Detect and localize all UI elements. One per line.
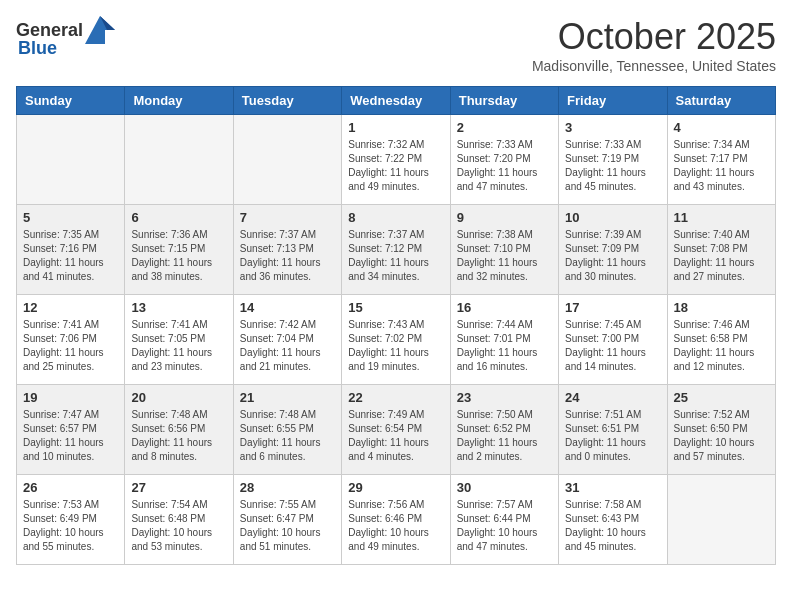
day-info: Sunrise: 7:36 AM Sunset: 7:15 PM Dayligh… xyxy=(131,228,226,284)
calendar-day-cell: 18Sunrise: 7:46 AM Sunset: 6:58 PM Dayli… xyxy=(667,295,775,385)
day-info: Sunrise: 7:58 AM Sunset: 6:43 PM Dayligh… xyxy=(565,498,660,554)
day-number: 5 xyxy=(23,210,118,225)
day-number: 6 xyxy=(131,210,226,225)
day-info: Sunrise: 7:38 AM Sunset: 7:10 PM Dayligh… xyxy=(457,228,552,284)
day-info: Sunrise: 7:47 AM Sunset: 6:57 PM Dayligh… xyxy=(23,408,118,464)
day-info: Sunrise: 7:35 AM Sunset: 7:16 PM Dayligh… xyxy=(23,228,118,284)
day-number: 14 xyxy=(240,300,335,315)
calendar-week-row: 26Sunrise: 7:53 AM Sunset: 6:49 PM Dayli… xyxy=(17,475,776,565)
calendar-day-cell xyxy=(125,115,233,205)
calendar-day-cell: 6Sunrise: 7:36 AM Sunset: 7:15 PM Daylig… xyxy=(125,205,233,295)
calendar-day-cell: 4Sunrise: 7:34 AM Sunset: 7:17 PM Daylig… xyxy=(667,115,775,205)
day-number: 12 xyxy=(23,300,118,315)
title-block: October 2025 Madisonville, Tennessee, Un… xyxy=(532,16,776,74)
calendar-day-cell: 1Sunrise: 7:32 AM Sunset: 7:22 PM Daylig… xyxy=(342,115,450,205)
day-number: 28 xyxy=(240,480,335,495)
calendar-day-cell: 12Sunrise: 7:41 AM Sunset: 7:06 PM Dayli… xyxy=(17,295,125,385)
calendar-day-cell: 13Sunrise: 7:41 AM Sunset: 7:05 PM Dayli… xyxy=(125,295,233,385)
calendar-day-cell: 27Sunrise: 7:54 AM Sunset: 6:48 PM Dayli… xyxy=(125,475,233,565)
day-info: Sunrise: 7:48 AM Sunset: 6:56 PM Dayligh… xyxy=(131,408,226,464)
calendar-day-cell: 22Sunrise: 7:49 AM Sunset: 6:54 PM Dayli… xyxy=(342,385,450,475)
calendar-day-cell: 26Sunrise: 7:53 AM Sunset: 6:49 PM Dayli… xyxy=(17,475,125,565)
calendar-week-row: 12Sunrise: 7:41 AM Sunset: 7:06 PM Dayli… xyxy=(17,295,776,385)
calendar-day-cell: 30Sunrise: 7:57 AM Sunset: 6:44 PM Dayli… xyxy=(450,475,558,565)
day-info: Sunrise: 7:49 AM Sunset: 6:54 PM Dayligh… xyxy=(348,408,443,464)
day-info: Sunrise: 7:45 AM Sunset: 7:00 PM Dayligh… xyxy=(565,318,660,374)
calendar-day-cell: 17Sunrise: 7:45 AM Sunset: 7:00 PM Dayli… xyxy=(559,295,667,385)
calendar-day-cell: 8Sunrise: 7:37 AM Sunset: 7:12 PM Daylig… xyxy=(342,205,450,295)
day-info: Sunrise: 7:46 AM Sunset: 6:58 PM Dayligh… xyxy=(674,318,769,374)
calendar-week-row: 5Sunrise: 7:35 AM Sunset: 7:16 PM Daylig… xyxy=(17,205,776,295)
weekday-header: Monday xyxy=(125,87,233,115)
day-info: Sunrise: 7:41 AM Sunset: 7:05 PM Dayligh… xyxy=(131,318,226,374)
weekday-header: Tuesday xyxy=(233,87,341,115)
weekday-header: Wednesday xyxy=(342,87,450,115)
day-number: 25 xyxy=(674,390,769,405)
calendar-day-cell: 29Sunrise: 7:56 AM Sunset: 6:46 PM Dayli… xyxy=(342,475,450,565)
day-info: Sunrise: 7:33 AM Sunset: 7:20 PM Dayligh… xyxy=(457,138,552,194)
calendar-day-cell xyxy=(17,115,125,205)
calendar-day-cell: 11Sunrise: 7:40 AM Sunset: 7:08 PM Dayli… xyxy=(667,205,775,295)
day-info: Sunrise: 7:42 AM Sunset: 7:04 PM Dayligh… xyxy=(240,318,335,374)
day-info: Sunrise: 7:37 AM Sunset: 7:12 PM Dayligh… xyxy=(348,228,443,284)
calendar-day-cell: 28Sunrise: 7:55 AM Sunset: 6:47 PM Dayli… xyxy=(233,475,341,565)
day-number: 13 xyxy=(131,300,226,315)
calendar-day-cell: 7Sunrise: 7:37 AM Sunset: 7:13 PM Daylig… xyxy=(233,205,341,295)
day-number: 20 xyxy=(131,390,226,405)
day-info: Sunrise: 7:32 AM Sunset: 7:22 PM Dayligh… xyxy=(348,138,443,194)
logo-blue: Blue xyxy=(18,38,57,59)
weekday-header: Sunday xyxy=(17,87,125,115)
calendar-week-row: 19Sunrise: 7:47 AM Sunset: 6:57 PM Dayli… xyxy=(17,385,776,475)
day-info: Sunrise: 7:48 AM Sunset: 6:55 PM Dayligh… xyxy=(240,408,335,464)
day-info: Sunrise: 7:37 AM Sunset: 7:13 PM Dayligh… xyxy=(240,228,335,284)
day-number: 29 xyxy=(348,480,443,495)
calendar-day-cell: 20Sunrise: 7:48 AM Sunset: 6:56 PM Dayli… xyxy=(125,385,233,475)
page-header: General Blue October 2025 Madisonville, … xyxy=(16,16,776,74)
day-number: 19 xyxy=(23,390,118,405)
day-number: 18 xyxy=(674,300,769,315)
day-info: Sunrise: 7:54 AM Sunset: 6:48 PM Dayligh… xyxy=(131,498,226,554)
calendar-table: SundayMondayTuesdayWednesdayThursdayFrid… xyxy=(16,86,776,565)
location: Madisonville, Tennessee, United States xyxy=(532,58,776,74)
logo: General Blue xyxy=(16,16,117,59)
day-number: 10 xyxy=(565,210,660,225)
day-info: Sunrise: 7:39 AM Sunset: 7:09 PM Dayligh… xyxy=(565,228,660,284)
day-number: 4 xyxy=(674,120,769,135)
day-number: 21 xyxy=(240,390,335,405)
calendar-day-cell: 16Sunrise: 7:44 AM Sunset: 7:01 PM Dayli… xyxy=(450,295,558,385)
day-info: Sunrise: 7:44 AM Sunset: 7:01 PM Dayligh… xyxy=(457,318,552,374)
calendar-day-cell: 23Sunrise: 7:50 AM Sunset: 6:52 PM Dayli… xyxy=(450,385,558,475)
day-info: Sunrise: 7:41 AM Sunset: 7:06 PM Dayligh… xyxy=(23,318,118,374)
calendar-day-cell: 31Sunrise: 7:58 AM Sunset: 6:43 PM Dayli… xyxy=(559,475,667,565)
calendar-day-cell: 9Sunrise: 7:38 AM Sunset: 7:10 PM Daylig… xyxy=(450,205,558,295)
weekday-header: Thursday xyxy=(450,87,558,115)
day-info: Sunrise: 7:53 AM Sunset: 6:49 PM Dayligh… xyxy=(23,498,118,554)
calendar-day-cell: 2Sunrise: 7:33 AM Sunset: 7:20 PM Daylig… xyxy=(450,115,558,205)
day-info: Sunrise: 7:57 AM Sunset: 6:44 PM Dayligh… xyxy=(457,498,552,554)
weekday-header: Friday xyxy=(559,87,667,115)
day-info: Sunrise: 7:34 AM Sunset: 7:17 PM Dayligh… xyxy=(674,138,769,194)
day-number: 15 xyxy=(348,300,443,315)
calendar-day-cell: 14Sunrise: 7:42 AM Sunset: 7:04 PM Dayli… xyxy=(233,295,341,385)
calendar-day-cell: 24Sunrise: 7:51 AM Sunset: 6:51 PM Dayli… xyxy=(559,385,667,475)
day-number: 26 xyxy=(23,480,118,495)
logo-icon xyxy=(85,16,115,44)
day-number: 23 xyxy=(457,390,552,405)
day-info: Sunrise: 7:43 AM Sunset: 7:02 PM Dayligh… xyxy=(348,318,443,374)
calendar-day-cell: 25Sunrise: 7:52 AM Sunset: 6:50 PM Dayli… xyxy=(667,385,775,475)
day-number: 30 xyxy=(457,480,552,495)
day-number: 22 xyxy=(348,390,443,405)
day-number: 9 xyxy=(457,210,552,225)
day-number: 7 xyxy=(240,210,335,225)
calendar-day-cell xyxy=(233,115,341,205)
day-number: 8 xyxy=(348,210,443,225)
day-number: 11 xyxy=(674,210,769,225)
day-number: 31 xyxy=(565,480,660,495)
day-number: 24 xyxy=(565,390,660,405)
day-number: 2 xyxy=(457,120,552,135)
day-info: Sunrise: 7:33 AM Sunset: 7:19 PM Dayligh… xyxy=(565,138,660,194)
day-info: Sunrise: 7:52 AM Sunset: 6:50 PM Dayligh… xyxy=(674,408,769,464)
calendar-day-cell: 15Sunrise: 7:43 AM Sunset: 7:02 PM Dayli… xyxy=(342,295,450,385)
calendar-day-cell: 19Sunrise: 7:47 AM Sunset: 6:57 PM Dayli… xyxy=(17,385,125,475)
calendar-day-cell: 5Sunrise: 7:35 AM Sunset: 7:16 PM Daylig… xyxy=(17,205,125,295)
